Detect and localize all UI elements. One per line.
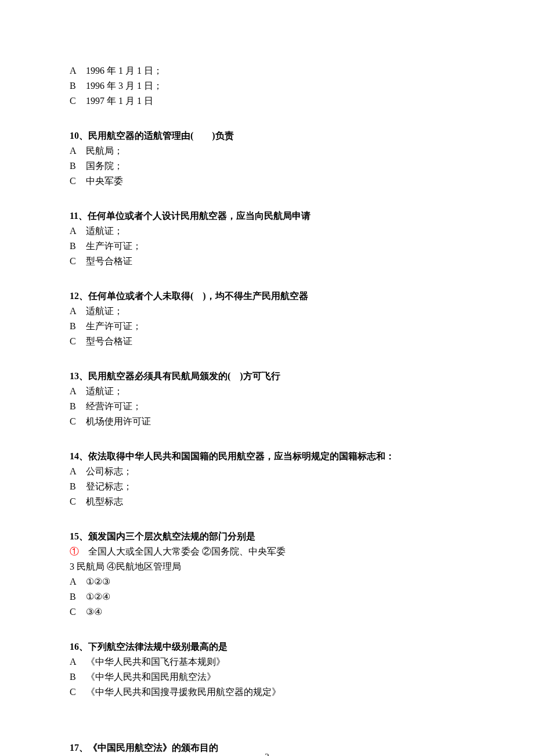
q15-option-b: B ①②④ xyxy=(70,590,464,604)
option-label: C xyxy=(70,334,84,348)
option-text: 型号合格证 xyxy=(86,336,132,346)
q9-option-b: B 1996 年 3 月 1 日； xyxy=(70,79,464,93)
option-label: C xyxy=(70,94,84,108)
option-label: C xyxy=(70,174,84,188)
option-text: 机场使用许可证 xyxy=(86,416,151,426)
document-page: A 1996 年 1 月 1 日； B 1996 年 3 月 1 日； C 19… xyxy=(0,0,534,756)
q15-stem: 15、颁发国内三个层次航空法规的部门分别是 xyxy=(70,530,464,543)
option-label: C xyxy=(70,254,84,268)
q9-option-c: C 1997 年 1 月 1 日 xyxy=(70,94,464,108)
option-text: 机型标志 xyxy=(86,496,123,506)
q13-option-a: A 适航证； xyxy=(70,384,464,398)
option-text: 登记标志； xyxy=(86,481,132,491)
option-label: A xyxy=(70,575,84,589)
option-label: B xyxy=(70,670,84,684)
page-number: 2 xyxy=(0,750,534,757)
option-text: ①②③ xyxy=(86,577,110,586)
q11-option-c: C 型号合格证 xyxy=(70,254,464,268)
q13-stem: 13、民用航空器必须具有民航局颁发的( )方可飞行 xyxy=(70,369,464,383)
option-label: A xyxy=(70,384,84,398)
option-text: ③④ xyxy=(86,607,102,617)
option-label: A xyxy=(70,655,84,669)
q11-stem: 11、任何单位或者个人设计民用航空器，应当向民航局申请 xyxy=(70,209,464,223)
q14-option-c: C 机型标志 xyxy=(70,495,464,509)
option-label: B xyxy=(70,239,84,253)
option-text: 国务院； xyxy=(86,161,123,171)
q12-option-c: C 型号合格证 xyxy=(70,334,464,348)
q14-option-a: A 公司标志； xyxy=(70,465,464,478)
option-label: A xyxy=(70,64,84,78)
q11-option-b: B 生产许可证； xyxy=(70,239,464,253)
q15-subline-1: ① 全国人大或全国人大常委会 ②国务院、中央军委 xyxy=(70,545,464,559)
q13-option-c: C 机场使用许可证 xyxy=(70,415,464,429)
option-text: 生产许可证； xyxy=(86,241,142,251)
option-text: 中央军委 xyxy=(86,176,123,186)
q15-option-c: C ③④ xyxy=(70,605,464,619)
q10-option-b: B 国务院； xyxy=(70,159,464,173)
q12-option-a: A 适航证； xyxy=(70,304,464,318)
q14-stem: 14、依法取得中华人民共和国国籍的民用航空器，应当标明规定的国籍标志和： xyxy=(70,449,464,463)
option-text: ①②④ xyxy=(86,592,110,602)
circled-one-icon: ① xyxy=(70,546,79,556)
q14-option-b: B 登记标志； xyxy=(70,480,464,494)
q12-stem: 12、任何单位或者个人未取得( )，均不得生产民用航空器 xyxy=(70,289,464,303)
q10-option-c: C 中央军委 xyxy=(70,174,464,188)
option-text: 经营许可证； xyxy=(86,401,142,411)
q16-option-b: B 《中华人民共和国民用航空法》 xyxy=(70,670,464,684)
option-text: 1996 年 1 月 1 日； xyxy=(86,66,163,75)
option-text: 1997 年 1 月 1 日 xyxy=(86,96,153,106)
option-label: C xyxy=(70,495,84,509)
q16-option-a: A 《中华人民共和国飞行基本规则》 xyxy=(70,655,464,669)
q16-stem: 16、下列航空法律法规中级别最高的是 xyxy=(70,640,464,654)
q11-option-a: A 适航证； xyxy=(70,224,464,238)
option-text: 公司标志； xyxy=(86,466,132,476)
option-text: 生产许可证； xyxy=(86,321,142,331)
option-label: B xyxy=(70,79,84,93)
option-label: B xyxy=(70,159,84,173)
option-text: 《中华人民共和国搜寻援救民用航空器的规定》 xyxy=(86,687,281,697)
q12-option-b: B 生产许可证； xyxy=(70,319,464,333)
option-label: A xyxy=(70,465,84,478)
q15-subline-2: 3 民航局 ④民航地区管理局 xyxy=(70,560,464,574)
option-text: 型号合格证 xyxy=(86,256,132,266)
option-label: B xyxy=(70,480,84,494)
option-text: 适航证； xyxy=(86,226,123,236)
option-label: B xyxy=(70,399,84,413)
q10-stem: 10、民用航空器的适航管理由( )负责 xyxy=(70,129,464,143)
option-text: 适航证； xyxy=(86,386,123,396)
option-label: A xyxy=(70,224,84,238)
q9-option-a: A 1996 年 1 月 1 日； xyxy=(70,64,464,78)
q13-option-b: B 经营许可证； xyxy=(70,399,464,413)
option-label: B xyxy=(70,319,84,333)
option-label: C xyxy=(70,605,84,619)
option-label: A xyxy=(70,304,84,318)
q10-option-a: A 民航局； xyxy=(70,144,464,158)
q15-option-a: A ①②③ xyxy=(70,575,464,589)
option-label: C xyxy=(70,415,84,429)
option-text: 1996 年 3 月 1 日； xyxy=(86,81,163,91)
option-label: C xyxy=(70,685,84,699)
option-text: 民航局； xyxy=(86,146,123,156)
option-label: A xyxy=(70,144,84,158)
q15-sub1-text: 全国人大或全国人大常委会 ②国务院、中央军委 xyxy=(79,546,286,556)
option-label: B xyxy=(70,590,84,604)
option-text: 《中华人民共和国飞行基本规则》 xyxy=(86,657,225,667)
option-text: 《中华人民共和国民用航空法》 xyxy=(86,672,216,682)
option-text: 适航证； xyxy=(86,306,123,316)
q16-option-c: C 《中华人民共和国搜寻援救民用航空器的规定》 xyxy=(70,685,464,699)
